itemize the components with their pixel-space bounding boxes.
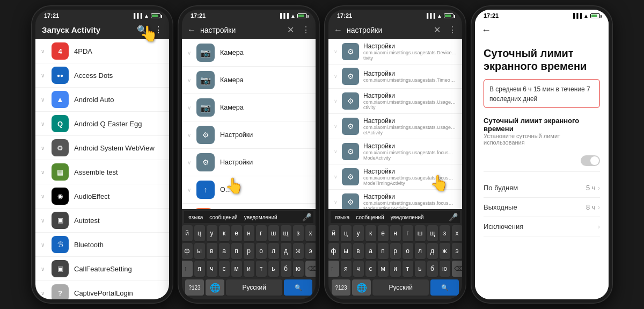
screen-time-weekday-row[interactable]: По будням 5 ч › <box>484 178 600 198</box>
settings-item-o[interactable]: ∨ ↑ О... <box>182 176 316 204</box>
pkg-item-2[interactable]: ∨ ⚙ Настройки com.xiaomi.misettings.usag… <box>328 64 462 89</box>
screen-time-exclusions-row[interactable]: Исключения › <box>484 217 600 236</box>
phone-4-status-icons: ▐▐▐ ▲ <box>572 13 600 19</box>
kb-key-p[interactable]: п <box>231 243 242 259</box>
kb-key-ts[interactable]: ц <box>194 225 205 241</box>
phone-2-header: ← настройки ✕ ⋮ <box>182 20 316 39</box>
settings-item-camera-3[interactable]: ∨ 📷 Камера <box>182 94 316 121</box>
kb-toolbar-yazyka[interactable]: языка <box>186 213 205 221</box>
kb-key-yu[interactable]: ю <box>293 261 304 277</box>
kb-toolbar-soob-3[interactable]: сообщений <box>354 213 386 221</box>
kb-key-k[interactable]: к <box>219 225 230 241</box>
kb-key-b[interactable]: б <box>281 261 291 277</box>
app-item-android-auto[interactable]: ∨ ▲ Android Auto <box>35 88 169 112</box>
app-item-android-webview[interactable]: ∨ ⚙ Android System WebView <box>35 136 169 160</box>
search-icon[interactable]: 🔍 <box>137 25 148 35</box>
pkg-icon-6: ⚙ <box>342 168 359 185</box>
app-item-audioeffect[interactable]: ∨ ◉ AudioEffect <box>35 184 169 209</box>
clear-search-button-2[interactable]: ✕ <box>287 25 294 35</box>
signal-icon-2: ▐▐▐ <box>279 13 289 18</box>
kb-toolbar-uved[interactable]: уведомлений <box>242 213 280 221</box>
kb-key-y[interactable]: й <box>182 225 193 241</box>
back-button-3[interactable]: ← <box>334 25 342 35</box>
kb-key-zh[interactable]: ж <box>293 243 304 259</box>
kb-key-z[interactable]: з <box>293 225 304 241</box>
pkg-item-5[interactable]: ∨ ⚙ Настройки com.xiaomi.misettings.usag… <box>328 139 462 164</box>
back-button-4[interactable]: ← <box>481 25 491 36</box>
kb-key-u[interactable]: у <box>207 225 217 241</box>
icon-captive: ? <box>52 284 69 299</box>
kb-key-t[interactable]: т <box>256 261 267 277</box>
kb-key-o[interactable]: о <box>256 243 267 259</box>
kb-key-sh[interactable]: ш <box>268 225 279 241</box>
app-item-bluetooth[interactable]: ∨ ℬ Bluetooth <box>35 233 169 257</box>
kb-space-2[interactable]: Русский <box>226 279 282 296</box>
kb-key-ch[interactable]: ч <box>207 261 217 277</box>
clear-search-button-3[interactable]: ✕ <box>434 25 441 35</box>
app-item-callfeature[interactable]: ∨ ▣ CallFeatureSetting <box>35 257 169 281</box>
pkg-item-1[interactable]: ∨ ⚙ Настройки com.xiaomi.misettings.usag… <box>328 39 462 64</box>
app-item-access-dots[interactable]: ∨ ●● Access Dots <box>35 63 169 88</box>
kb-search-3[interactable]: 🔍 <box>430 279 459 296</box>
app-item-4pda[interactable]: ∨ 4 4PDA <box>35 39 169 63</box>
kb-backspace-2[interactable]: ⌫ <box>305 261 316 277</box>
kb-search-2[interactable]: 🔍 <box>284 279 312 296</box>
kb-key-e[interactable]: е <box>231 225 242 241</box>
pkg-item-6[interactable]: ∨ ⚙ Настройки com.xiaomi.misettings.usag… <box>328 164 462 190</box>
kb-mic-3[interactable]: 🎤 <box>449 213 458 221</box>
icon-camera-2: 📷 <box>196 71 215 89</box>
settings-item-nastrojki-1[interactable]: ∨ ⚙ Настройки <box>182 121 316 149</box>
kb-key-ya[interactable]: я <box>194 261 205 277</box>
screen-time-toggle[interactable] <box>581 155 600 166</box>
settings-item-camera-2[interactable]: ∨ 📷 Камера <box>182 67 316 94</box>
kb-key-n[interactable]: н <box>244 225 254 241</box>
settings-item-nastrojki-2[interactable]: ∨ ⚙ Настройки <box>182 149 316 176</box>
kb-mic-2[interactable]: 🎤 <box>302 213 311 221</box>
app-item-android-q[interactable]: ∨ Q Android Q Easter Egg <box>35 112 169 136</box>
phone-3-status-bar: 17:21 ▐▐▐ ▲ <box>328 10 462 20</box>
kb-key-a[interactable]: а <box>219 243 230 259</box>
kb-toolbar-uved-3[interactable]: уведомлений <box>389 213 426 221</box>
kb-key-r[interactable]: р <box>244 243 254 259</box>
more-button-3[interactable]: ⋮ <box>448 25 457 35</box>
app-name-autotest: Autotest <box>74 217 100 225</box>
kb-key-soft[interactable]: ь <box>268 261 279 277</box>
kb-key-h[interactable]: х <box>305 225 316 241</box>
kb-123-2[interactable]: ?123 <box>185 279 204 296</box>
kb-key-l[interactable]: л <box>268 243 279 259</box>
settings-item-ochistka[interactable]: 🗑 Очистка <box>182 204 316 209</box>
kb-key-ae[interactable]: э <box>305 243 316 259</box>
app-item-assemble[interactable]: ∨ ▦ Assemble test <box>35 160 169 184</box>
kb-key-shch[interactable]: щ <box>281 225 291 241</box>
pkg-item-3[interactable]: ∨ ⚙ Настройки com.xiaomi.misettings.usag… <box>328 89 462 114</box>
kb-key-g[interactable]: г <box>256 225 267 241</box>
pkg-item-4[interactable]: ∨ ⚙ Настройки com.xiaomi.misettings.usag… <box>328 114 462 139</box>
kb-123-3[interactable]: ?123 <box>332 279 350 296</box>
pkg-item-7[interactable]: ∨ ⚙ Настройки com.xiaomi.misettings.usag… <box>328 190 462 209</box>
kb-key-m[interactable]: м <box>231 261 242 277</box>
kb-space-3[interactable]: Русский <box>372 279 429 296</box>
chevron-android-q: ∨ <box>41 121 46 127</box>
back-button-2[interactable]: ← <box>187 25 196 35</box>
settings-item-camera-1[interactable]: ∨ 📷 Камера <box>182 39 316 67</box>
more-icon[interactable]: ⋮ <box>154 25 163 35</box>
kb-globe-3[interactable]: 🌐 <box>352 279 371 296</box>
kb-key-i[interactable]: и <box>244 261 254 277</box>
screen-time-weekend-row[interactable]: Выходные 8 ч › <box>484 198 600 217</box>
app-item-captive[interactable]: ∨ ? CaptivePortalLogin <box>35 281 169 299</box>
kb-key-f[interactable]: ф <box>182 243 193 259</box>
app-item-autotest[interactable]: ∨ ▣ Autotest <box>35 209 169 233</box>
kb-row-1-3: й ц у к е н г ш щ з х <box>332 225 459 241</box>
kb-toolbar-yazyka-3[interactable]: языка <box>333 213 352 221</box>
kb-key-d[interactable]: д <box>281 243 291 259</box>
kb-shift-2[interactable]: ↑ <box>182 261 193 277</box>
app-list-title: Запуск Activity <box>42 25 100 34</box>
kb-globe-2[interactable]: 🌐 <box>206 279 224 296</box>
kb-key-s[interactable]: с <box>219 261 230 277</box>
chevron-android-webview: ∨ <box>41 145 46 151</box>
kb-key-v[interactable]: в <box>207 243 217 259</box>
chevron-s4: ∨ <box>187 132 191 138</box>
more-button-2[interactable]: ⋮ <box>302 25 310 35</box>
kb-key-yi[interactable]: ы <box>194 243 205 259</box>
kb-toolbar-soob[interactable]: сообщений <box>207 213 239 221</box>
